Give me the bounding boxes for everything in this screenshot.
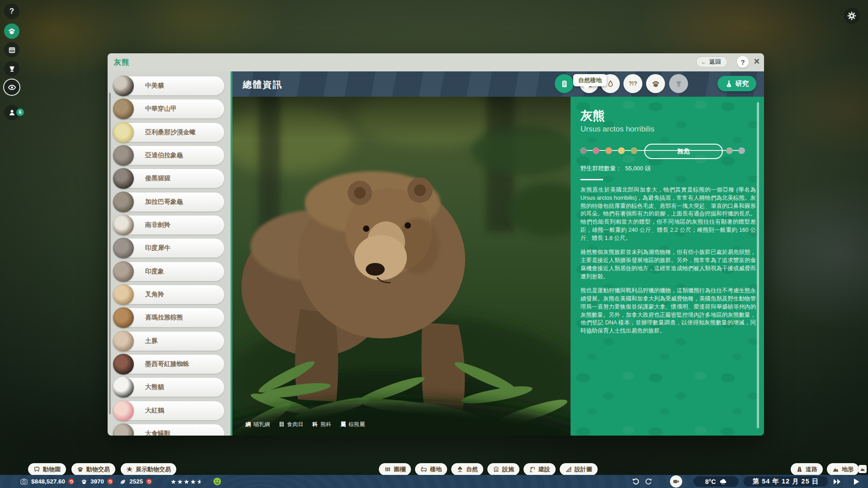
animal-name: 墨西哥紅膝蜘蛛 (145, 355, 189, 374)
career-button[interactable] (4, 61, 19, 76)
animal-list-item[interactable]: 喜瑪拉雅棕熊 (113, 308, 224, 327)
wild-population: 野生群體數量：55,000 頭 (580, 164, 651, 173)
animal-trade-button[interactable]: 動物交易 (71, 463, 115, 475)
camera-mode-button[interactable] (670, 475, 682, 488)
grizzly-bear-illustration (232, 97, 571, 436)
species-name: 灰熊 (580, 108, 605, 124)
animal-list-item[interactable]: 印度犀牛 (113, 239, 224, 258)
screenshot-icon[interactable] (20, 478, 28, 486)
undo-icon[interactable] (632, 478, 640, 485)
trophy-icon (675, 80, 683, 88)
animal-list-item[interactable]: 墨西哥紅膝蜘蛛 (113, 355, 224, 374)
conservation-dot (593, 147, 599, 154)
nature-button[interactable]: 自然 (451, 463, 483, 475)
barriers-button[interactable]: 圍欄 (379, 463, 411, 475)
paths-button[interactable]: 道路 (791, 463, 823, 475)
habitat-button[interactable]: 棲地 (415, 463, 447, 475)
animal-name: 喜瑪拉雅棕熊 (145, 308, 183, 327)
animal-list-item[interactable]: 土豚 (113, 332, 224, 351)
general-info-icon (560, 80, 569, 88)
taxonomy-class: 綱哺乳綱 (245, 421, 270, 428)
animal-list-item[interactable]: 印度象 (113, 262, 224, 281)
animal-list-item[interactable]: 亞達伯拉象龜 (113, 146, 224, 165)
animal-name: 土豚 (145, 332, 158, 351)
snow-cloud-icon (719, 478, 727, 485)
zoo-rating-stars: ★★★★★★ (170, 478, 203, 485)
paw-icon (8, 27, 16, 35)
tab-husbandry[interactable] (646, 74, 665, 93)
conservation-dot (580, 147, 587, 154)
sidebar-scrollbar[interactable] (109, 93, 111, 414)
staff-count-badge: 6 (16, 108, 24, 116)
animal-name: 印度象 (145, 262, 164, 281)
animal-list-item[interactable]: 加拉巴哥象龜 (113, 192, 224, 211)
construction-button[interactable]: 建設 (524, 463, 556, 475)
calendar-icon (8, 46, 16, 54)
animal-name: 中華穿山甲 (145, 99, 177, 118)
exhibit-trade-button[interactable]: 展示動物交易 (121, 463, 176, 475)
leaf-icon (120, 479, 126, 485)
panel-scrollbar[interactable] (757, 102, 759, 428)
conservation-dot (605, 147, 612, 154)
taxonomy-family: 科熊科 (312, 421, 331, 428)
zoo-button[interactable]: 動物園 (28, 463, 66, 475)
management-button[interactable] (4, 42, 19, 57)
play-icon[interactable] (853, 478, 860, 485)
animal-thumbnail (113, 122, 134, 143)
animal-list-item[interactable]: 南非劍羚 (113, 216, 224, 235)
minimap-icon[interactable] (859, 465, 867, 473)
tab-fun-facts[interactable]: ?!? (623, 74, 642, 93)
animal-list-sidebar: 中美貘 中華穿山甲 亞利桑那沙漠金蠍 亞達伯拉象龜 倭黑猩猩 加拉巴哥象龜 南非… (108, 71, 231, 436)
animal-name: 中美貘 (145, 76, 164, 95)
animal-thumbnail (113, 261, 134, 282)
animal-thumbnail (113, 238, 134, 258)
question-icon: ? (9, 7, 14, 16)
facilities-button[interactable]: 設施 (487, 463, 519, 475)
money-value: $848,527.60 (31, 478, 65, 485)
habitat-icon (420, 466, 427, 473)
wild-population-value: 55,000 頭 (625, 165, 651, 172)
credit-alert-badge[interactable] (107, 479, 113, 484)
fence-icon (384, 466, 391, 473)
research-button[interactable]: 研究 (717, 76, 756, 91)
terrain-button[interactable]: 地形 (827, 463, 859, 475)
animal-thumbnail (113, 354, 134, 375)
camera-views-button[interactable] (4, 80, 19, 95)
animal-trade-label: 動物交易 (86, 465, 110, 474)
planet-zoo-screen: ? 6 灰熊 ← 返回 ? × 中美貘 中華穿山甲 亞利桑那 (0, 0, 868, 488)
animal-name: 倭黑猩猩 (145, 169, 170, 188)
tab-awards[interactable] (669, 74, 688, 93)
animal-alert-badge[interactable] (146, 479, 152, 484)
toolbar-center-group: 圍欄 棲地 自然 設施 建設 設計圖 (379, 463, 598, 475)
description-paragraph: 灰熊原生於美國北部與加拿大，牠們其實是棕熊的一個亞種 (學名為 Ursus ar… (580, 186, 756, 242)
animal-list-item[interactable]: 中華穿山甲 (113, 99, 224, 118)
redo-icon[interactable] (645, 478, 652, 485)
money-alert-badge[interactable] (68, 479, 74, 484)
animal-name: 大食蟻獸 (145, 424, 170, 436)
animal-list-item[interactable]: 大食蟻獸 (113, 424, 224, 436)
weather-widget[interactable]: 8°C (693, 476, 739, 487)
help-button[interactable]: ? (4, 4, 19, 19)
window-help-button[interactable]: ? (737, 56, 749, 68)
terrain-label: 地形 (842, 465, 854, 474)
road-icon (796, 466, 803, 473)
animal-list-item[interactable]: 大熊貓 (113, 378, 224, 397)
zoopedia-button[interactable] (4, 23, 19, 39)
window-titlebar: 灰熊 ← 返回 ? × (108, 53, 764, 71)
animal-list-item[interactable]: 倭黑猩猩 (113, 169, 224, 188)
animal-list-item[interactable]: 叉角羚 (113, 285, 224, 304)
back-button[interactable]: ← 返回 (696, 56, 727, 67)
settings-button[interactable] (844, 8, 860, 24)
conservation-credit-value: 3970 (90, 478, 104, 485)
animal-list-item[interactable]: 中美貘 (113, 76, 224, 95)
animal-list-item[interactable]: 亞利桑那沙漠金蠍 (113, 123, 224, 142)
crane-icon (529, 466, 536, 473)
toolbar-right-group: 道路 地形 (791, 463, 859, 475)
blueprints-button[interactable]: 設計圖 (560, 463, 598, 475)
tab-general-info[interactable] (555, 74, 574, 93)
fun-facts-icon: ?!? (629, 80, 637, 87)
animal-list-item[interactable]: 大紅鶴 (113, 401, 224, 420)
close-button[interactable]: × (751, 56, 763, 67)
building-icon (493, 466, 500, 473)
fast-forward-icon[interactable] (833, 478, 842, 485)
